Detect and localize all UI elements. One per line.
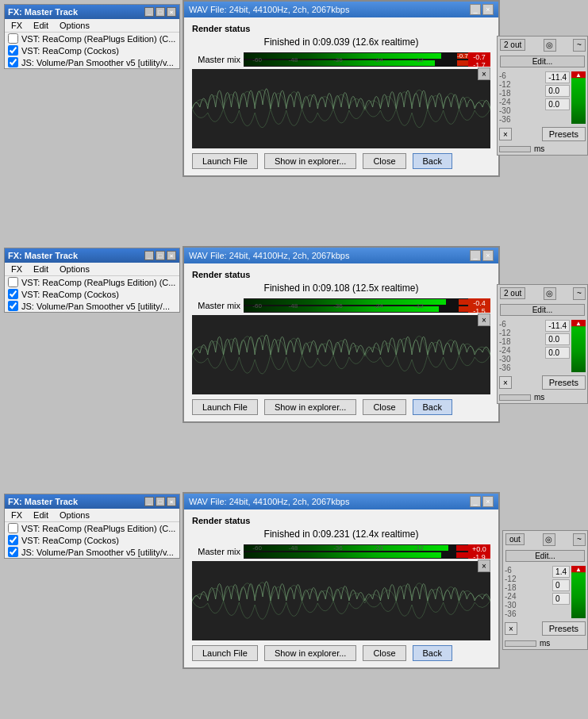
render-status-label-1: Render status (192, 24, 490, 33)
io-btn-1[interactable]: 2 out (500, 39, 525, 51)
render-close-1[interactable]: × (482, 4, 494, 15)
edit-btn-1[interactable]: Edit... (500, 56, 585, 67)
strip-close-2[interactable]: × (499, 376, 512, 389)
fader-top-3: ▲ (571, 566, 586, 572)
render-close-3[interactable]: × (482, 496, 494, 507)
explorer-btn-1[interactable]: Show in explorer... (264, 153, 357, 169)
render-close-2[interactable]: × (482, 250, 494, 261)
launch-btn-3[interactable]: Launch File (192, 645, 258, 661)
fx-check-1-2[interactable] (8, 57, 18, 67)
close-btn-2[interactable]: × (167, 251, 176, 260)
io-btn-2[interactable]: 2 out (500, 287, 525, 299)
menu-options-2[interactable]: Options (55, 263, 94, 275)
back-btn-3[interactable]: Back (413, 645, 452, 661)
menu-options-1[interactable]: Options (55, 20, 94, 31)
strip-time-3 (505, 640, 536, 647)
svg-rect-0 (192, 69, 490, 148)
titlebar-btns-1: _ □ × (144, 7, 176, 17)
minimize-btn-2[interactable]: _ (144, 251, 154, 260)
fx-check-2-1[interactable] (8, 289, 18, 299)
launch-btn-2[interactable]: Launch File (192, 399, 258, 415)
edit-btn-3[interactable]: Edit... (505, 550, 585, 562)
strip-ms-3: ms (540, 639, 550, 648)
fx-check-3-0[interactable] (8, 523, 18, 533)
fx-titlebar-1: FX: Master Track _ □ × (5, 5, 179, 19)
edit-btn-2[interactable]: Edit... (500, 304, 585, 316)
strip-time-1 (499, 146, 531, 152)
strip-icon-3: ◎ (543, 533, 555, 546)
render-minimize-3[interactable]: _ (470, 496, 481, 507)
fx-label-2-2: JS: Volume/Pan Smoother v5 [utility/... (21, 302, 170, 311)
fx-check-3-2[interactable] (8, 547, 18, 557)
strip-val2-1: 0.0 (545, 85, 570, 97)
minimize-btn-1[interactable]: _ (144, 7, 154, 17)
maximize-btn-2[interactable]: □ (156, 251, 165, 260)
fx-check-2-0[interactable] (8, 277, 18, 287)
fx-check-1-0[interactable] (8, 33, 18, 44)
render-titlebar-1: WAV File: 24bit, 44100Hz, 2ch, 2067kbps … (184, 2, 498, 17)
render-minimize-2[interactable]: _ (470, 250, 481, 261)
waveform-close-2[interactable]: × (478, 313, 490, 326)
explorer-btn-3[interactable]: Show in explorer... (264, 645, 357, 661)
master-mix-label-2: Master mix (192, 298, 244, 313)
menu-fx-1[interactable]: FX (6, 20, 27, 31)
btn-row-2: Launch File Show in explorer... Close Ba… (192, 399, 490, 415)
waveform-close-3[interactable]: × (478, 559, 490, 572)
fx-item-2-1: VST: ReaComp (Cockos) (5, 288, 179, 300)
explorer-btn-2[interactable]: Show in explorer... (264, 399, 357, 415)
back-btn-1[interactable]: Back (413, 153, 452, 169)
io-btn-3[interactable]: out (505, 533, 525, 545)
fx-titlebar-3: FX: Master Track _ □ × (5, 494, 179, 509)
fx-item-1-2: JS: Volume/Pan Smoother v5 [utility/v... (5, 56, 179, 68)
menu-fx-3[interactable]: FX (6, 509, 27, 521)
fx-label-1-1: VST: ReaComp (Cockos) (21, 46, 119, 56)
minimize-btn-3[interactable]: _ (144, 497, 154, 506)
fader-top-2: ▲ (571, 320, 586, 326)
close-dlg-btn-3[interactable]: Close (363, 645, 405, 661)
mixer-strip-2: 2 out ◎ ~ Edit... -6 -12 -18 -24 -30 -36… (497, 284, 588, 404)
fx-panel-2: FX: Master Track _ □ × FX Edit Options V… (4, 248, 180, 313)
fx-item-3-0: VST: ReaComp (ReaPlugs Edition) (C... (5, 522, 179, 534)
render-finished-2: Finished in 0:09.108 (12.5x realtime) (192, 283, 490, 294)
maximize-btn-1[interactable]: □ (156, 7, 165, 17)
render-wav-title-3: WAV File: 24bit, 44100Hz, 2ch, 2067kbps (189, 497, 349, 506)
mixer-strip-3: out ◎ ~ Edit... -6 -12 -18 -24 -30 -36 1… (502, 530, 588, 650)
menu-edit-1[interactable]: Edit (29, 20, 53, 31)
strip-close-1[interactable]: × (499, 128, 512, 140)
strip-envelope-3[interactable]: ~ (573, 533, 586, 546)
meter-row-3: Master mix -60 -48 -36 -24 -12 +0.0 -1.9 (192, 544, 490, 559)
waveform-close-1[interactable]: × (478, 67, 490, 80)
fx-panel-1: FX: Master Track _ □ × FX Edit Options V… (4, 4, 180, 69)
maximize-btn-3[interactable]: □ (156, 497, 165, 506)
fx-check-2-2[interactable] (8, 301, 18, 311)
close-dlg-btn-2[interactable]: Close (363, 399, 405, 415)
menu-edit-2[interactable]: Edit (29, 263, 53, 275)
meter-val-top-3: +0.0 (469, 545, 490, 553)
render-wav-title-2: WAV File: 24bit, 44100Hz, 2ch, 2067kbps (189, 251, 349, 260)
waveform-3 (192, 561, 490, 640)
meter-top-val-1: -0.7 (457, 53, 468, 59)
presets-btn-2[interactable]: Presets (542, 375, 586, 390)
strip-envelope-2[interactable]: ~ (573, 287, 586, 300)
fx-label-2-0: VST: ReaComp (ReaPlugs Edition) (C... (21, 278, 175, 287)
strip-close-3[interactable]: × (505, 622, 517, 635)
presets-btn-3[interactable]: Presets (542, 621, 586, 636)
close-dlg-btn-1[interactable]: Close (363, 153, 405, 169)
render-minimize-1[interactable]: _ (470, 4, 481, 15)
menu-edit-3[interactable]: Edit (29, 509, 53, 521)
fx-check-1-1[interactable] (8, 45, 18, 56)
presets-btn-1[interactable]: Presets (542, 127, 586, 141)
strip-val1-3: 1.4 (552, 566, 570, 578)
titlebar-btns-3: _ □ × (144, 497, 176, 506)
fx-check-3-1[interactable] (8, 535, 18, 545)
render-dialog-1: WAV File: 24bit, 44100Hz, 2ch, 2067kbps … (183, 0, 500, 177)
meter-bot-spacer-1 (457, 60, 468, 66)
strip-envelope-1[interactable]: ~ (573, 39, 586, 52)
menu-fx-2[interactable]: FX (6, 263, 27, 275)
fx-menubar-2: FX Edit Options (5, 263, 179, 276)
menu-options-3[interactable]: Options (55, 509, 94, 521)
close-btn-3[interactable]: × (167, 497, 176, 506)
launch-btn-1[interactable]: Launch File (192, 153, 258, 169)
back-btn-2[interactable]: Back (413, 399, 452, 415)
close-btn-1[interactable]: × (167, 7, 176, 17)
